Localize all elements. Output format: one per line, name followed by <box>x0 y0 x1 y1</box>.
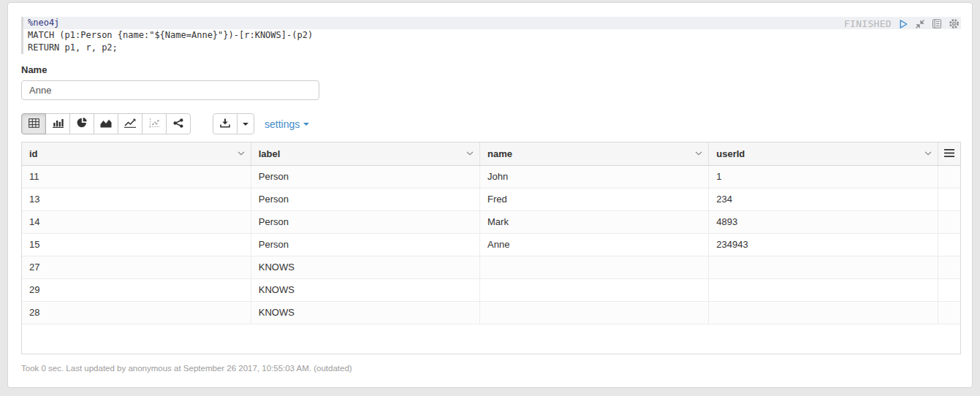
gear-icon[interactable] <box>949 18 960 29</box>
table-header-row: id label name userId <box>22 142 960 165</box>
chevron-down-icon <box>466 151 474 156</box>
caret-down-icon <box>243 123 248 126</box>
name-field-label: Name <box>21 64 961 75</box>
cell-label: Person <box>251 210 479 233</box>
column-label: label <box>259 148 281 159</box>
cell-id: 15 <box>22 233 251 256</box>
cell-id: 27 <box>22 256 251 278</box>
cell-menu <box>938 256 960 278</box>
code-line-interpreter[interactable]: %neo4j <box>23 17 961 29</box>
paragraph-footer: Took 0 sec. Last updated by anonymous at… <box>21 364 961 373</box>
cell-id: 29 <box>22 278 251 301</box>
line-chart-button[interactable] <box>118 113 143 134</box>
results-table: id label name userId <box>22 142 960 324</box>
line-chart-icon <box>124 118 136 130</box>
share-icon <box>173 118 183 130</box>
table-row[interactable]: 15 Person Anne 234943 <box>22 233 960 256</box>
cell-label: Person <box>251 233 479 256</box>
cell-label: Person <box>251 188 479 210</box>
bar-chart-button[interactable] <box>45 113 70 134</box>
column-header-name[interactable]: name <box>480 142 709 165</box>
cell-name: John <box>480 165 709 188</box>
table-menu-button[interactable] <box>938 142 960 165</box>
cell-userid: 234943 <box>709 233 938 256</box>
cell-menu <box>938 210 960 233</box>
cell-id: 28 <box>22 301 251 324</box>
cell-userid: 1 <box>709 165 938 188</box>
cell-userid: 4893 <box>709 210 938 233</box>
settings-caret-icon <box>303 123 309 126</box>
cell-id: 11 <box>22 165 251 188</box>
column-header-id[interactable]: id <box>22 142 251 165</box>
cell-id: 14 <box>22 210 251 233</box>
cell-name: Fred <box>480 188 709 210</box>
cell-menu <box>938 278 960 301</box>
notebook-paragraph: %neo4j MATCH (p1:Person {name:"${Name=An… <box>7 2 973 388</box>
compress-icon[interactable] <box>915 19 925 29</box>
cell-name: Mark <box>480 210 709 233</box>
code-line-match[interactable]: MATCH (p1:Person {name:"${Name=Anne}"})-… <box>23 29 961 42</box>
table-row[interactable]: 13 Person Fred 234 <box>22 188 960 210</box>
cell-label: KNOWS <box>251 278 479 301</box>
table-row[interactable]: 27 KNOWS <box>22 256 960 278</box>
cell-menu <box>938 233 960 256</box>
area-chart-button[interactable] <box>94 113 118 134</box>
download-button[interactable] <box>213 113 238 134</box>
download-caret-button[interactable] <box>237 113 254 134</box>
cell-userid: 234 <box>709 188 938 210</box>
code-editor[interactable]: %neo4j MATCH (p1:Person {name:"${Name=An… <box>21 17 961 54</box>
play-icon[interactable] <box>898 19 908 29</box>
cell-userid <box>709 301 938 324</box>
paragraph-controls: FINISHED <box>844 18 960 29</box>
table-row[interactable]: 29 KNOWS <box>22 278 960 301</box>
column-label: id <box>29 148 38 159</box>
output-book-icon[interactable] <box>932 19 942 28</box>
pie-chart-button[interactable] <box>69 113 94 134</box>
status-badge: FINISHED <box>844 18 892 29</box>
pie-chart-icon <box>77 118 88 130</box>
cell-menu <box>938 301 960 324</box>
cell-label: KNOWS <box>251 256 479 278</box>
download-icon <box>220 118 230 130</box>
share-chart-button[interactable] <box>166 113 191 134</box>
cell-menu <box>938 188 960 210</box>
cell-menu <box>938 165 960 188</box>
bar-chart-icon <box>53 118 64 130</box>
table-row[interactable]: 28 KNOWS <box>22 301 960 324</box>
table-row[interactable]: 11 Person John 1 <box>22 165 960 188</box>
scatter-chart-icon <box>149 118 160 130</box>
scatter-chart-button[interactable] <box>142 113 167 134</box>
hamburger-icon <box>944 149 954 157</box>
table-row[interactable]: 14 Person Mark 4893 <box>22 210 960 233</box>
chevron-down-icon <box>695 151 702 156</box>
table-icon <box>29 118 39 130</box>
area-chart-icon <box>100 118 112 130</box>
cell-label: Person <box>251 165 479 188</box>
visualization-toolbar: settings <box>21 113 961 134</box>
column-label: name <box>487 148 512 159</box>
chevron-down-icon <box>924 151 932 156</box>
column-header-label[interactable]: label <box>251 142 479 165</box>
cell-userid <box>709 256 938 278</box>
cell-name <box>480 301 709 324</box>
settings-toggle[interactable]: settings <box>265 118 309 130</box>
chevron-down-icon <box>238 151 245 156</box>
download-group <box>213 113 254 134</box>
column-label: userId <box>716 148 745 159</box>
settings-label: settings <box>265 118 300 130</box>
cell-name <box>480 278 709 301</box>
chart-type-group <box>21 113 191 134</box>
column-header-userid[interactable]: userId <box>709 142 938 165</box>
cell-label: KNOWS <box>251 301 479 324</box>
cell-userid <box>709 278 938 301</box>
code-line-return[interactable]: RETURN p1, r, p2; <box>23 42 961 54</box>
table-chart-button[interactable] <box>21 113 46 134</box>
cell-id: 13 <box>22 188 251 210</box>
results-table-container: id label name userId <box>21 142 961 354</box>
cell-name <box>480 256 709 278</box>
name-input[interactable] <box>21 80 319 100</box>
cell-name: Anne <box>480 233 709 256</box>
